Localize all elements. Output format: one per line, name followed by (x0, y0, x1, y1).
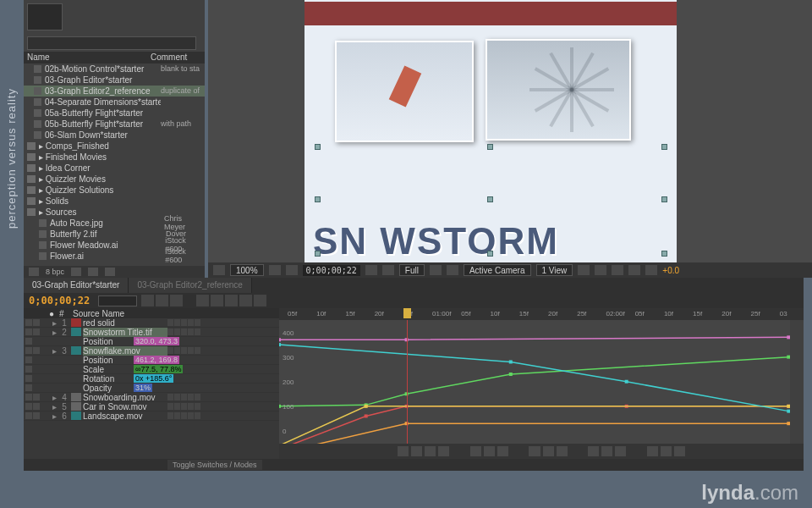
choose-props-icon[interactable] (398, 446, 409, 456)
svg-rect-17 (509, 360, 513, 363)
roi-icon[interactable] (430, 265, 442, 275)
separate-dims-icon[interactable] (529, 446, 540, 456)
property-row[interactable]: Opacity31% (24, 384, 279, 393)
zoom-dropdown[interactable]: 100% (230, 264, 264, 276)
project-item[interactable]: 05a-Butterfly Flight*starter (24, 108, 205, 119)
project-folder[interactable]: ▸ Idea Corner (24, 163, 205, 174)
svg-rect-15 (787, 405, 790, 408)
linear-icon[interactable] (601, 446, 612, 456)
show-transform-icon[interactable] (425, 446, 436, 456)
autokeyframe-icon[interactable] (239, 295, 252, 306)
project-folder[interactable]: ▸ Quizzler Movies (24, 174, 205, 185)
keyframe-interp-icon[interactable] (557, 446, 568, 456)
layer-row[interactable]: ▸4Snowboarding.mov (24, 393, 279, 402)
autobezier-icon[interactable] (615, 446, 626, 456)
toggle-switches-button[interactable]: Toggle Switches / Modes (167, 460, 262, 470)
ruler-tick: 01:00f (432, 310, 451, 318)
property-row[interactable]: Position320.0, 473.3 (24, 337, 279, 346)
flowchart-icon[interactable] (628, 265, 640, 275)
layer-row[interactable]: ▸1red solid (24, 318, 279, 328)
col-comment[interactable]: Comment (151, 52, 187, 62)
project-folder[interactable]: ▸ Finished Movies (24, 152, 205, 163)
comp-mini-flowchart-icon[interactable] (141, 295, 154, 306)
project-folder[interactable]: ▸ Solids (24, 196, 205, 207)
grid-icon[interactable] (269, 265, 281, 275)
property-row[interactable]: Scale∞77.5, 77.8% (24, 365, 279, 374)
project-item[interactable]: 04-Separate Dimensions*starter (24, 97, 205, 108)
project-item[interactable]: 05b-Butterfly Flight*starterwith path (24, 119, 205, 130)
project-item[interactable]: Flower.aiiStock #600 (24, 251, 205, 262)
timeline-footer: Toggle Switches / Modes (24, 459, 804, 471)
mask-icon[interactable] (286, 265, 298, 275)
autozoom-icon[interactable] (470, 446, 481, 456)
resolution-dropdown[interactable]: Full (399, 264, 425, 276)
property-row[interactable]: Rotation0x +185.6° (24, 374, 279, 384)
fast-preview-icon[interactable] (595, 265, 606, 275)
channels-icon[interactable] (382, 265, 394, 275)
draft3d-icon[interactable] (156, 295, 168, 306)
ease-in-icon[interactable] (661, 446, 672, 456)
fit-all-icon[interactable] (497, 446, 508, 456)
graph-options-icon[interactable] (411, 446, 422, 456)
project-footer: 8 bpc (24, 266, 205, 278)
tab-inactive[interactable]: 03-Graph Editor2_reference (129, 278, 252, 293)
hold-icon[interactable] (588, 446, 599, 456)
graph-editor-icon[interactable] (254, 295, 266, 306)
fit-sel-icon[interactable] (484, 446, 495, 456)
graph-plot[interactable]: 4003002001000-100 (279, 320, 790, 444)
viewer-timecode[interactable]: 0;00;00;22 (303, 265, 360, 276)
snap-icon[interactable] (438, 446, 449, 456)
project-item[interactable]: 03-Graph Editor2_referenceduplicate of (24, 86, 205, 97)
search-input[interactable] (27, 36, 196, 50)
ruler-tick: 20f (548, 310, 557, 318)
layer-row[interactable]: ▸3Snowflake.mov (24, 346, 279, 356)
y-axis-label: 300 (283, 354, 294, 362)
ruler-tick: 03 (780, 310, 787, 318)
ruler-tick: 25f (577, 310, 586, 318)
layer-row[interactable]: ▸5Car in Snow.mov (24, 402, 279, 411)
view-layout-dropdown[interactable]: 1 View (536, 264, 573, 276)
hide-shy-icon[interactable] (170, 295, 183, 306)
col-name[interactable]: Name (24, 52, 151, 62)
brainstorm-icon[interactable] (225, 295, 238, 306)
timeline-timecode[interactable]: 0;00;00;22 (24, 295, 95, 306)
ease-out-icon[interactable] (674, 446, 685, 456)
sidebar-caption: perception versus reality (5, 88, 18, 229)
new-bin-icon[interactable] (71, 268, 81, 276)
svg-rect-22 (787, 422, 790, 425)
exposure-value[interactable]: +0.0 (662, 266, 679, 275)
time-ruler[interactable]: 05f10f15f20f25f01:00f05f10f15f20f25f02:0… (279, 308, 804, 320)
project-item[interactable]: 02b-Motion Control*starterblank to sta (24, 64, 205, 75)
project-folder[interactable]: ▸ Comps_Finished (24, 141, 205, 152)
project-item[interactable]: 03-Graph Editor*starter (24, 75, 205, 86)
interp-icon[interactable] (29, 268, 39, 276)
transparency-icon[interactable] (447, 265, 458, 275)
trash-icon[interactable] (105, 268, 115, 276)
easy-ease-icon[interactable] (647, 446, 658, 456)
exposure-reset-icon[interactable] (645, 265, 657, 275)
viewer-toolbar: 100% 0;00;00;22 Full Active Camera 1 Vie… (208, 262, 812, 278)
svg-rect-18 (625, 380, 628, 384)
property-row[interactable]: Position461.2, 169.8 (24, 356, 279, 365)
timeline-search[interactable] (98, 295, 137, 306)
comp-canvas[interactable]: SN WSTORM (304, 0, 677, 262)
bpc-label[interactable]: 8 bpc (46, 268, 64, 276)
always-preview-icon[interactable] (213, 265, 225, 275)
project-panel: Name Comment 02b-Motion Control*starterb… (24, 0, 205, 278)
project-item[interactable]: Auto Race.jpgChris Meyer (24, 218, 205, 229)
project-folder[interactable]: ▸ Quizzler Solutions (24, 185, 205, 196)
tab-active[interactable]: 03-Graph Editor*starter (24, 278, 129, 293)
pixel-aspect-icon[interactable] (578, 265, 590, 275)
motion-blur-icon[interactable] (211, 295, 223, 306)
layer-row[interactable]: ▸6Landscape.mov (24, 411, 279, 421)
camera-dropdown[interactable]: Active Camera (464, 264, 531, 276)
new-comp-icon[interactable] (88, 268, 98, 276)
frame-blend-icon[interactable] (196, 295, 209, 306)
timeline-icon[interactable] (612, 265, 623, 275)
y-axis-label: 400 (283, 329, 294, 337)
edit-sel-icon[interactable] (543, 446, 554, 456)
project-item[interactable]: 06-Slam Down*starter (24, 130, 205, 141)
snapshot-icon[interactable] (365, 265, 377, 275)
layer-row[interactable]: ▸2Snowstorm Title.tif (24, 328, 279, 337)
current-time-indicator[interactable] (407, 320, 408, 444)
